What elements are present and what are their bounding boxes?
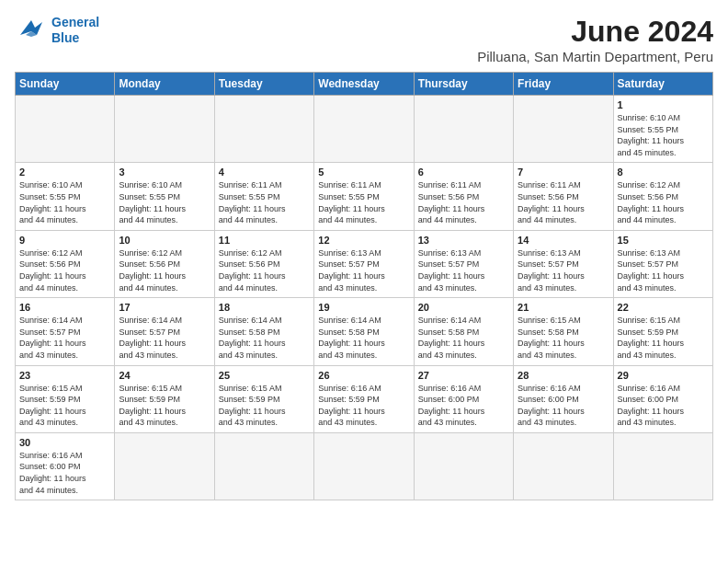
- day-number: 16: [19, 302, 110, 313]
- calendar-cell: 20Sunrise: 6:14 AM Sunset: 5:58 PM Dayli…: [414, 298, 513, 365]
- day-info: Sunrise: 6:15 AM Sunset: 5:59 PM Dayligh…: [119, 383, 210, 429]
- calendar-cell: 25Sunrise: 6:15 AM Sunset: 5:59 PM Dayli…: [214, 365, 313, 432]
- calendar-cell: [514, 96, 613, 163]
- calendar-cell: [414, 96, 513, 163]
- calendar-cell: 6Sunrise: 6:11 AM Sunset: 5:56 PM Daylig…: [414, 163, 513, 230]
- day-number: 24: [119, 370, 210, 381]
- day-number: 13: [418, 235, 509, 246]
- day-number: 29: [618, 370, 709, 381]
- calendar-header-row: SundayMondayTuesdayWednesdayThursdayFrid…: [16, 73, 713, 96]
- day-number: 18: [219, 302, 310, 313]
- calendar-cell: 26Sunrise: 6:16 AM Sunset: 5:59 PM Dayli…: [314, 365, 414, 432]
- day-info: Sunrise: 6:12 AM Sunset: 5:56 PM Dayligh…: [19, 247, 110, 293]
- day-number: 10: [119, 235, 210, 246]
- day-number: 25: [219, 370, 310, 381]
- day-number: 4: [219, 167, 310, 178]
- day-number: 11: [219, 235, 310, 246]
- day-number: 26: [318, 370, 409, 381]
- calendar-cell: [115, 96, 214, 163]
- calendar-cell: 22Sunrise: 6:15 AM Sunset: 5:59 PM Dayli…: [613, 298, 712, 365]
- calendar-cell: [314, 96, 414, 163]
- weekday-header-wednesday: Wednesday: [314, 73, 414, 96]
- day-info: Sunrise: 6:11 AM Sunset: 5:55 PM Dayligh…: [318, 179, 409, 225]
- calendar-cell: 27Sunrise: 6:16 AM Sunset: 6:00 PM Dayli…: [414, 365, 513, 432]
- calendar-cell: [115, 432, 214, 500]
- weekday-header-thursday: Thursday: [414, 73, 513, 96]
- calendar-cell: 1Sunrise: 6:10 AM Sunset: 5:55 PM Daylig…: [613, 96, 712, 163]
- day-info: Sunrise: 6:14 AM Sunset: 5:58 PM Dayligh…: [219, 315, 310, 361]
- day-info: Sunrise: 6:13 AM Sunset: 5:57 PM Dayligh…: [318, 247, 409, 293]
- calendar-week-row: 16Sunrise: 6:14 AM Sunset: 5:57 PM Dayli…: [16, 298, 713, 365]
- day-info: Sunrise: 6:12 AM Sunset: 5:56 PM Dayligh…: [618, 179, 709, 225]
- day-info: Sunrise: 6:13 AM Sunset: 5:57 PM Dayligh…: [418, 247, 509, 293]
- calendar-cell: 28Sunrise: 6:16 AM Sunset: 6:00 PM Dayli…: [514, 365, 613, 432]
- calendar-cell: 13Sunrise: 6:13 AM Sunset: 5:57 PM Dayli…: [414, 230, 513, 297]
- calendar-cell: 24Sunrise: 6:15 AM Sunset: 5:59 PM Dayli…: [115, 365, 214, 432]
- weekday-header-monday: Monday: [115, 73, 214, 96]
- calendar-cell: 10Sunrise: 6:12 AM Sunset: 5:56 PM Dayli…: [115, 230, 214, 297]
- day-info: Sunrise: 6:13 AM Sunset: 5:57 PM Dayligh…: [618, 247, 709, 293]
- day-info: Sunrise: 6:16 AM Sunset: 6:00 PM Dayligh…: [19, 450, 110, 496]
- day-info: Sunrise: 6:12 AM Sunset: 5:56 PM Dayligh…: [219, 247, 310, 293]
- day-number: 21: [518, 302, 609, 313]
- calendar-cell: 15Sunrise: 6:13 AM Sunset: 5:57 PM Dayli…: [613, 230, 712, 297]
- calendar-cell: 21Sunrise: 6:15 AM Sunset: 5:58 PM Dayli…: [514, 298, 613, 365]
- day-info: Sunrise: 6:11 AM Sunset: 5:56 PM Dayligh…: [418, 179, 509, 225]
- calendar-table: SundayMondayTuesdayWednesdayThursdayFrid…: [15, 72, 713, 500]
- calendar-cell: 29Sunrise: 6:16 AM Sunset: 6:00 PM Dayli…: [613, 365, 712, 432]
- logo-icon: [15, 17, 48, 44]
- day-info: Sunrise: 6:14 AM Sunset: 5:58 PM Dayligh…: [318, 315, 409, 361]
- calendar-week-row: 2Sunrise: 6:10 AM Sunset: 5:55 PM Daylig…: [16, 163, 713, 230]
- day-info: Sunrise: 6:11 AM Sunset: 5:56 PM Dayligh…: [518, 179, 609, 225]
- calendar-cell: 17Sunrise: 6:14 AM Sunset: 5:57 PM Dayli…: [115, 298, 214, 365]
- day-number: 30: [19, 437, 110, 448]
- day-number: 23: [19, 370, 110, 381]
- calendar-cell: [613, 432, 712, 500]
- calendar-cell: [214, 432, 313, 500]
- day-number: 1: [618, 99, 709, 110]
- calendar-cell: 8Sunrise: 6:12 AM Sunset: 5:56 PM Daylig…: [613, 163, 712, 230]
- weekday-header-friday: Friday: [514, 73, 613, 96]
- day-number: 2: [19, 167, 110, 178]
- calendar-cell: 2Sunrise: 6:10 AM Sunset: 5:55 PM Daylig…: [16, 163, 115, 230]
- calendar-cell: 3Sunrise: 6:10 AM Sunset: 5:55 PM Daylig…: [115, 163, 214, 230]
- day-info: Sunrise: 6:16 AM Sunset: 6:00 PM Dayligh…: [418, 383, 509, 429]
- day-info: Sunrise: 6:11 AM Sunset: 5:55 PM Dayligh…: [219, 179, 310, 225]
- day-info: Sunrise: 6:12 AM Sunset: 5:56 PM Dayligh…: [119, 247, 210, 293]
- weekday-header-sunday: Sunday: [16, 73, 115, 96]
- calendar-week-row: 1Sunrise: 6:10 AM Sunset: 5:55 PM Daylig…: [16, 96, 713, 163]
- day-number: 8: [618, 167, 709, 178]
- day-info: Sunrise: 6:14 AM Sunset: 5:57 PM Dayligh…: [119, 315, 210, 361]
- calendar-cell: 9Sunrise: 6:12 AM Sunset: 5:56 PM Daylig…: [16, 230, 115, 297]
- calendar-cell: 23Sunrise: 6:15 AM Sunset: 5:59 PM Dayli…: [16, 365, 115, 432]
- calendar-cell: 19Sunrise: 6:14 AM Sunset: 5:58 PM Dayli…: [314, 298, 414, 365]
- weekday-header-saturday: Saturday: [613, 73, 712, 96]
- logo: General Blue: [15, 15, 99, 46]
- logo-text: General Blue: [51, 15, 99, 46]
- calendar-cell: 4Sunrise: 6:11 AM Sunset: 5:55 PM Daylig…: [214, 163, 313, 230]
- day-info: Sunrise: 6:10 AM Sunset: 5:55 PM Dayligh…: [618, 112, 709, 158]
- day-number: 22: [618, 302, 709, 313]
- day-info: Sunrise: 6:15 AM Sunset: 5:59 PM Dayligh…: [219, 383, 310, 429]
- day-info: Sunrise: 6:10 AM Sunset: 5:55 PM Dayligh…: [119, 179, 210, 225]
- calendar-cell: 12Sunrise: 6:13 AM Sunset: 5:57 PM Dayli…: [314, 230, 414, 297]
- day-number: 20: [418, 302, 509, 313]
- calendar-week-row: 30Sunrise: 6:16 AM Sunset: 6:00 PM Dayli…: [16, 432, 713, 500]
- day-info: Sunrise: 6:16 AM Sunset: 6:00 PM Dayligh…: [518, 383, 609, 429]
- day-info: Sunrise: 6:15 AM Sunset: 5:58 PM Dayligh…: [518, 315, 609, 361]
- title-block: June 2024 Pilluana, San Martin Departmen…: [477, 15, 713, 64]
- calendar-cell: 5Sunrise: 6:11 AM Sunset: 5:55 PM Daylig…: [314, 163, 414, 230]
- page-header: General Blue June 2024 Pilluana, San Mar…: [15, 15, 713, 64]
- day-number: 6: [418, 167, 509, 178]
- day-info: Sunrise: 6:15 AM Sunset: 5:59 PM Dayligh…: [618, 315, 709, 361]
- calendar-cell: [414, 432, 513, 500]
- calendar-cell: [514, 432, 613, 500]
- day-info: Sunrise: 6:14 AM Sunset: 5:57 PM Dayligh…: [19, 315, 110, 361]
- calendar-week-row: 9Sunrise: 6:12 AM Sunset: 5:56 PM Daylig…: [16, 230, 713, 297]
- calendar-cell: 30Sunrise: 6:16 AM Sunset: 6:00 PM Dayli…: [16, 432, 115, 500]
- day-number: 5: [318, 167, 409, 178]
- day-number: 12: [318, 235, 409, 246]
- day-number: 3: [119, 167, 210, 178]
- day-info: Sunrise: 6:10 AM Sunset: 5:55 PM Dayligh…: [19, 179, 110, 225]
- calendar-cell: 14Sunrise: 6:13 AM Sunset: 5:57 PM Dayli…: [514, 230, 613, 297]
